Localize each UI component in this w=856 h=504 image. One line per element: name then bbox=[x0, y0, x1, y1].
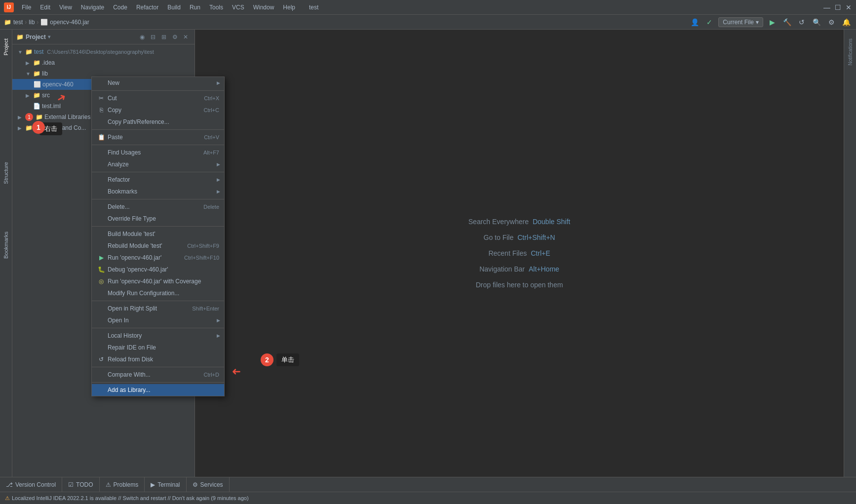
cm-item-run-opencv-460-jar-with-coverage[interactable]: ◎Run 'opencv-460.jar' with Coverage bbox=[92, 275, 224, 287]
breadcrumb-jar[interactable]: opencv-460.jar bbox=[50, 19, 89, 26]
menu-file[interactable]: File bbox=[18, 2, 35, 12]
menu-window[interactable]: Window bbox=[249, 2, 278, 12]
menu-build[interactable]: Build bbox=[163, 2, 185, 12]
cm-item-label: Add as Library... bbox=[108, 387, 219, 393]
cm-item-reload-from-disk[interactable]: ↺Reload from Disk bbox=[92, 353, 224, 365]
cm-item-paste[interactable]: 📋PasteCtrl+V bbox=[92, 131, 224, 143]
menu-code[interactable]: Code bbox=[109, 2, 131, 12]
menu-view[interactable]: View bbox=[55, 2, 76, 12]
tree-root-item[interactable]: ▼ 📁 test C:\Users\78146\Desktop\steganog… bbox=[12, 46, 195, 57]
cm-item-repair-ide-on-file[interactable]: Repair IDE on File bbox=[92, 342, 224, 353]
menu-tools[interactable]: Tools bbox=[205, 2, 227, 12]
bookmarks-side-tab[interactable]: Bookmarks bbox=[1, 228, 11, 263]
menu-vcs[interactable]: VCS bbox=[228, 2, 248, 12]
cm-item-shortcut: Ctrl+C bbox=[204, 107, 219, 113]
settings-icon[interactable]: ⚙ bbox=[825, 16, 837, 28]
cm-item-icon: ↺ bbox=[97, 356, 106, 363]
cm-item-analyze[interactable]: Analyze bbox=[92, 158, 224, 170]
cm-item-override-file-type[interactable]: Override File Type bbox=[92, 213, 224, 225]
cm-item-icon: 🐛 bbox=[97, 266, 106, 273]
cm-item-bookmarks[interactable]: Bookmarks bbox=[92, 186, 224, 197]
close-panel-icon[interactable]: ✕ bbox=[181, 32, 191, 42]
reload-icon[interactable]: ↺ bbox=[796, 16, 808, 28]
cm-item-label: Bookmarks bbox=[108, 188, 219, 195]
cm-item-compare-with-[interactable]: Compare With...Ctrl+D bbox=[92, 369, 224, 381]
options-icon[interactable]: ⚙ bbox=[170, 32, 180, 42]
breadcrumb-test[interactable]: test bbox=[13, 19, 23, 26]
run-button[interactable]: ▶ bbox=[766, 16, 778, 28]
locate-icon[interactable]: ◉ bbox=[137, 32, 147, 42]
step1-circle: 1 bbox=[32, 121, 45, 134]
cm-item-copy-path-reference-[interactable]: Copy Path/Reference... bbox=[92, 116, 224, 128]
cm-item-rebuild-module-test-[interactable]: Rebuild Module 'test'Ctrl+Shift+F9 bbox=[92, 240, 224, 252]
cm-item-debug-opencv-460-jar-[interactable]: 🐛Debug 'opencv-460.jar' bbox=[92, 264, 224, 275]
cm-item-open-in[interactable]: Open In bbox=[92, 314, 224, 326]
bottom-tab-services[interactable]: ⚙Services bbox=[187, 477, 230, 492]
build-icon[interactable]: 🔨 bbox=[781, 16, 793, 28]
structure-side-tab[interactable]: Structure bbox=[1, 158, 11, 188]
window-controls[interactable]: — ☐ ✕ bbox=[823, 4, 852, 11]
step2-circle: 2 bbox=[261, 353, 273, 366]
cm-item-label: Local History bbox=[108, 332, 219, 339]
project-side-tab[interactable]: Project bbox=[1, 35, 11, 59]
hint-shortcut: Alt+Home bbox=[529, 265, 559, 273]
opencv-name: opencv-460 bbox=[42, 81, 74, 88]
cm-item-refactor[interactable]: Refactor bbox=[92, 174, 224, 186]
profile-icon[interactable]: 👤 bbox=[689, 16, 700, 28]
breadcrumb-lib[interactable]: lib bbox=[29, 19, 35, 26]
cm-item-shortcut: Shift+Enter bbox=[192, 306, 219, 311]
dropdown-chevron-icon[interactable]: ▾ bbox=[48, 34, 50, 39]
hint-shortcut: Double Shift bbox=[533, 218, 570, 226]
minimize-button[interactable]: — bbox=[823, 4, 830, 11]
notifications-side-tab[interactable]: Notifications bbox=[846, 35, 855, 69]
cm-item-find-usages[interactable]: Find UsagesAlt+F7 bbox=[92, 147, 224, 158]
ext-arrow-icon: ▶ bbox=[18, 115, 24, 120]
cm-item-modify-run-configuration-[interactable]: Modify Run Configuration... bbox=[92, 287, 224, 299]
tab-icon: ▶ bbox=[151, 481, 155, 488]
idea-arrow-icon: ▶ bbox=[26, 60, 32, 66]
cm-item-copy[interactable]: ⎘CopyCtrl+C bbox=[92, 104, 224, 116]
menu-navigate[interactable]: Navigate bbox=[77, 2, 108, 12]
bottom-tab-todo[interactable]: ☑TODO bbox=[62, 477, 99, 492]
cm-item-open-in-right-split[interactable]: Open in Right SplitShift+Enter bbox=[92, 303, 224, 314]
cm-item-new[interactable]: New bbox=[92, 77, 224, 89]
current-file-button[interactable]: Current File ▾ bbox=[718, 17, 763, 27]
cm-item-delete-[interactable]: Delete...Delete bbox=[92, 201, 224, 213]
bottom-tab-terminal[interactable]: ▶Terminal bbox=[145, 477, 186, 492]
menu-edit[interactable]: Edit bbox=[36, 2, 54, 12]
expand-icon[interactable]: ⊞ bbox=[159, 32, 169, 42]
cm-item-label: Refactor bbox=[108, 176, 219, 183]
step2-arrow: ➜ bbox=[232, 365, 241, 378]
menu-help[interactable]: Help bbox=[279, 2, 299, 12]
cm-item-build-module-test-[interactable]: Build Module 'test' bbox=[92, 228, 224, 240]
menu-refactor[interactable]: Refactor bbox=[132, 2, 162, 12]
cm-item-label: New bbox=[108, 79, 219, 86]
cm-item-shortcut: Alt+F7 bbox=[203, 150, 219, 155]
vcs-icon[interactable]: ✓ bbox=[703, 16, 715, 28]
maximize-button[interactable]: ☐ bbox=[834, 4, 841, 11]
cm-item-local-history[interactable]: Local History bbox=[92, 330, 224, 342]
menu-run[interactable]: Run bbox=[186, 2, 204, 12]
cm-item-add-as-library-[interactable]: Add as Library... bbox=[92, 384, 224, 396]
cm-separator bbox=[92, 145, 224, 145]
cm-item-cut[interactable]: ✂CutCtrl+X bbox=[92, 92, 224, 104]
app-logo: IJ bbox=[4, 2, 14, 12]
bottom-tab-version-control[interactable]: ⎇Version Control bbox=[0, 477, 62, 492]
breadcrumb-sep1: › bbox=[25, 19, 27, 26]
jar-icon: ⬜ bbox=[34, 81, 41, 88]
lib-folder-icon: 📁 bbox=[33, 70, 40, 77]
search-everywhere-icon[interactable]: 🔍 bbox=[811, 16, 822, 28]
collapse-all-icon[interactable]: ⊟ bbox=[148, 32, 158, 42]
cm-item-label: Open In bbox=[108, 317, 219, 324]
cm-item-shortcut: Ctrl+V bbox=[204, 134, 219, 140]
cm-item-run-opencv-460-jar-[interactable]: ▶Run 'opencv-460.jar'Ctrl+Shift+F10 bbox=[92, 252, 224, 264]
bottom-tab-problems[interactable]: ⚠Problems bbox=[100, 477, 145, 492]
menu-bar[interactable]: FileEditViewNavigateCodeRefactorBuildRun… bbox=[18, 2, 299, 12]
notifications-icon[interactable]: 🔔 bbox=[840, 16, 852, 28]
tree-idea-item[interactable]: ▶ 📁 .idea bbox=[12, 57, 195, 68]
panel-header-icons: ◉ ⊟ ⊞ ⚙ ✕ bbox=[137, 32, 191, 42]
hint-label: Search Everywhere bbox=[468, 218, 529, 226]
close-button[interactable]: ✕ bbox=[845, 4, 852, 11]
panel-title-text: Project bbox=[26, 34, 46, 40]
cm-item-label: Debug 'opencv-460.jar' bbox=[108, 266, 219, 273]
